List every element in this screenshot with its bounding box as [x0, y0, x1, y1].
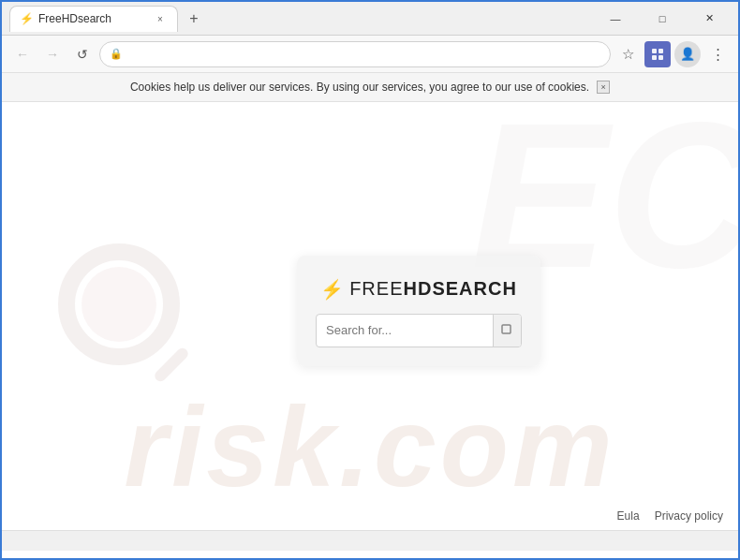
maximize-button[interactable]: □ — [641, 4, 684, 34]
page-footer: Eula Privacy policy — [602, 502, 738, 530]
brand-name: FreeHDsearch — [349, 278, 517, 300]
bolt-icon: ⚡ — [320, 278, 344, 301]
titlebar: ⚡ FreeHDsearch × + — □ ✕ — [2, 2, 738, 36]
svg-rect-2 — [652, 55, 657, 60]
cookie-text: Cookies help us deliver our services. By… — [130, 81, 589, 94]
eula-link[interactable]: Eula — [617, 509, 640, 523]
cookie-close-button[interactable]: × — [597, 81, 610, 94]
active-tab[interactable]: ⚡ FreeHDsearch × — [9, 6, 178, 32]
svg-rect-3 — [659, 55, 663, 60]
close-button[interactable]: ✕ — [688, 4, 731, 34]
page-content: EC risk.com ⚡ FreeHDsearch Eula Privacy … — [2, 102, 738, 530]
search-box — [316, 314, 522, 347]
lock-icon: 🔒 — [110, 48, 123, 60]
reload-button[interactable]: ↺ — [69, 41, 96, 67]
magnifier-watermark — [58, 243, 180, 365]
tab-favicon-icon: ⚡ — [20, 12, 33, 25]
tab-close-button[interactable]: × — [153, 11, 168, 26]
tab-title: FreeHDsearch — [38, 12, 147, 25]
privacy-policy-link[interactable]: Privacy policy — [655, 509, 723, 523]
forward-button[interactable]: → — [39, 41, 66, 67]
status-bar — [2, 530, 738, 551]
extensions-button[interactable] — [644, 41, 671, 67]
cookie-banner: Cookies help us deliver our services. By… — [2, 73, 738, 102]
search-card: ⚡ FreeHDsearch — [297, 256, 540, 366]
svg-rect-1 — [659, 49, 663, 53]
search-button[interactable] — [493, 315, 521, 346]
navigation-bar: ← → ↺ 🔒 ☆ 👤 ⋮ — [2, 36, 738, 73]
svg-rect-0 — [652, 49, 657, 53]
back-button[interactable]: ← — [9, 41, 36, 67]
brand-logo: ⚡ FreeHDsearch — [320, 278, 517, 301]
address-bar[interactable]: 🔒 — [99, 41, 611, 67]
risk-watermark: risk.com — [124, 382, 616, 511]
menu-button[interactable]: ⋮ — [704, 41, 731, 67]
magnifier-handle — [153, 346, 190, 383]
tab-bar: ⚡ FreeHDsearch × + — [9, 2, 594, 35]
magnifier-inner — [81, 267, 156, 342]
svg-rect-4 — [502, 325, 511, 333]
star-button[interactable]: ☆ — [614, 41, 641, 67]
nav-actions: ☆ 👤 ⋮ — [614, 41, 731, 67]
new-tab-button[interactable]: + — [182, 7, 206, 31]
search-icon — [501, 324, 514, 337]
search-input[interactable] — [317, 315, 493, 346]
minimize-button[interactable]: — — [594, 4, 637, 34]
magnifier-circle — [58, 243, 180, 365]
profile-button[interactable]: 👤 — [674, 41, 701, 67]
window-controls: — □ ✕ — [594, 4, 731, 34]
